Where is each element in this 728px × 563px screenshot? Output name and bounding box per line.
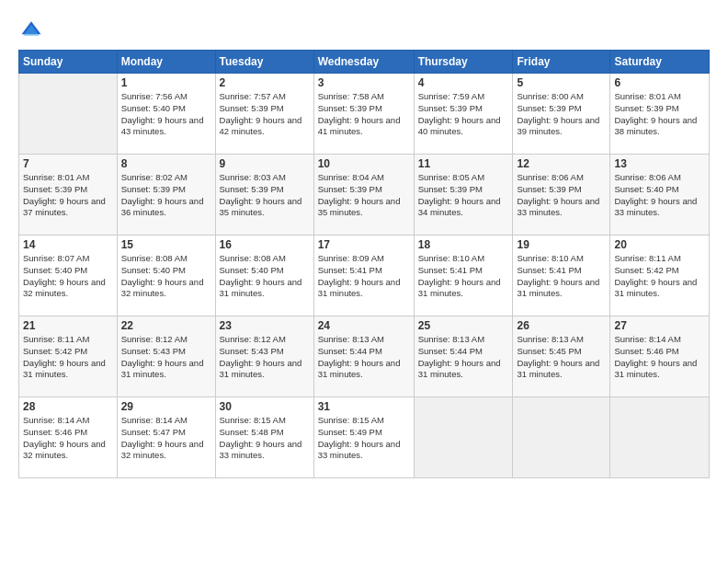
calendar-cell: 7Sunrise: 8:01 AMSunset: 5:39 PMDaylight… [19,155,118,236]
calendar-cell: 8Sunrise: 8:02 AMSunset: 5:39 PMDaylight… [117,155,215,236]
calendar-cell: 15Sunrise: 8:08 AMSunset: 5:40 PMDayligh… [117,236,215,316]
day-number: 1 [121,76,211,89]
calendar-cell: 22Sunrise: 8:12 AMSunset: 5:43 PMDayligh… [117,316,215,397]
day-number: 22 [121,319,211,332]
day-info: Sunrise: 8:11 AMSunset: 5:42 PMDaylight:… [614,253,705,300]
calendar-cell [513,397,610,478]
calendar-cell: 17Sunrise: 8:09 AMSunset: 5:41 PMDayligh… [313,236,414,316]
calendar-cell: 31Sunrise: 8:15 AMSunset: 5:49 PMDayligh… [313,397,414,478]
day-number: 24 [318,319,410,332]
day-info: Sunrise: 8:08 AMSunset: 5:40 PMDaylight:… [220,253,310,300]
day-number: 23 [220,319,310,332]
day-info: Sunrise: 8:12 AMSunset: 5:43 PMDaylight:… [220,334,310,381]
calendar-cell [414,397,513,478]
day-info: Sunrise: 7:58 AMSunset: 5:39 PMDaylight:… [318,91,410,138]
calendar-cell: 5Sunrise: 8:00 AMSunset: 5:39 PMDaylight… [513,74,610,155]
day-number: 15 [121,238,211,251]
calendar-table: SundayMondayTuesdayWednesdayThursdayFrid… [18,50,710,478]
calendar-week-3: 14Sunrise: 8:07 AMSunset: 5:40 PMDayligh… [19,236,710,316]
day-number: 11 [418,157,509,170]
calendar-cell: 14Sunrise: 8:07 AMSunset: 5:40 PMDayligh… [19,236,118,316]
weekday-header-tuesday: Tuesday [215,51,313,74]
weekday-header-friday: Friday [513,51,610,74]
day-number: 27 [614,319,705,332]
logo-icon [18,17,44,42]
day-info: Sunrise: 8:08 AMSunset: 5:40 PMDaylight:… [121,253,211,300]
day-info: Sunrise: 8:11 AMSunset: 5:42 PMDaylight:… [23,334,113,381]
calendar-cell: 18Sunrise: 8:10 AMSunset: 5:41 PMDayligh… [414,236,513,316]
weekday-header-thursday: Thursday [414,51,513,74]
day-info: Sunrise: 8:14 AMSunset: 5:46 PMDaylight:… [23,415,113,462]
calendar-header-row: SundayMondayTuesdayWednesdayThursdayFrid… [19,51,710,74]
calendar-cell: 10Sunrise: 8:04 AMSunset: 5:39 PMDayligh… [313,155,414,236]
logo [18,17,48,42]
calendar-cell: 19Sunrise: 8:10 AMSunset: 5:41 PMDayligh… [513,236,610,316]
calendar-cell: 13Sunrise: 8:06 AMSunset: 5:40 PMDayligh… [610,155,710,236]
calendar-week-4: 21Sunrise: 8:11 AMSunset: 5:42 PMDayligh… [19,316,710,397]
day-number: 2 [220,76,310,89]
day-info: Sunrise: 7:59 AMSunset: 5:39 PMDaylight:… [418,91,509,138]
day-number: 8 [121,157,211,170]
weekday-header-monday: Monday [117,51,215,74]
day-number: 6 [614,76,705,89]
day-info: Sunrise: 8:04 AMSunset: 5:39 PMDaylight:… [318,172,410,219]
weekday-header-sunday: Sunday [19,51,118,74]
calendar-cell: 29Sunrise: 8:14 AMSunset: 5:47 PMDayligh… [117,397,215,478]
day-info: Sunrise: 8:15 AMSunset: 5:48 PMDaylight:… [220,415,310,462]
calendar-week-5: 28Sunrise: 8:14 AMSunset: 5:46 PMDayligh… [19,397,710,478]
day-info: Sunrise: 8:03 AMSunset: 5:39 PMDaylight:… [220,172,310,219]
day-info: Sunrise: 8:09 AMSunset: 5:41 PMDaylight:… [318,253,410,300]
day-info: Sunrise: 7:57 AMSunset: 5:39 PMDaylight:… [220,91,310,138]
calendar-cell: 25Sunrise: 8:13 AMSunset: 5:44 PMDayligh… [414,316,513,397]
day-info: Sunrise: 8:01 AMSunset: 5:39 PMDaylight:… [23,172,113,219]
day-info: Sunrise: 8:05 AMSunset: 5:39 PMDaylight:… [418,172,509,219]
day-info: Sunrise: 8:01 AMSunset: 5:39 PMDaylight:… [614,91,705,138]
day-number: 10 [318,157,410,170]
day-info: Sunrise: 8:10 AMSunset: 5:41 PMDaylight:… [517,253,606,300]
calendar-cell: 28Sunrise: 8:14 AMSunset: 5:46 PMDayligh… [19,397,118,478]
calendar-cell: 23Sunrise: 8:12 AMSunset: 5:43 PMDayligh… [215,316,313,397]
day-number: 18 [418,238,509,251]
calendar-cell: 30Sunrise: 8:15 AMSunset: 5:48 PMDayligh… [215,397,313,478]
day-number: 20 [614,238,705,251]
calendar-week-2: 7Sunrise: 8:01 AMSunset: 5:39 PMDaylight… [19,155,710,236]
weekday-header-saturday: Saturday [610,51,710,74]
page-header [18,17,710,42]
calendar-cell: 26Sunrise: 8:13 AMSunset: 5:45 PMDayligh… [513,316,610,397]
day-info: Sunrise: 8:13 AMSunset: 5:45 PMDaylight:… [517,334,606,381]
day-info: Sunrise: 7:56 AMSunset: 5:40 PMDaylight:… [121,91,211,138]
calendar-cell: 6Sunrise: 8:01 AMSunset: 5:39 PMDaylight… [610,74,710,155]
day-number: 4 [418,76,509,89]
day-number: 16 [220,238,310,251]
calendar-cell: 27Sunrise: 8:14 AMSunset: 5:46 PMDayligh… [610,316,710,397]
calendar-cell: 2Sunrise: 7:57 AMSunset: 5:39 PMDaylight… [215,74,313,155]
day-info: Sunrise: 8:14 AMSunset: 5:47 PMDaylight:… [121,415,211,462]
day-number: 17 [318,238,410,251]
day-number: 21 [23,319,113,332]
calendar-cell [19,74,118,155]
calendar-cell: 9Sunrise: 8:03 AMSunset: 5:39 PMDaylight… [215,155,313,236]
calendar-cell: 11Sunrise: 8:05 AMSunset: 5:39 PMDayligh… [414,155,513,236]
calendar-cell: 20Sunrise: 8:11 AMSunset: 5:42 PMDayligh… [610,236,710,316]
calendar-cell: 4Sunrise: 7:59 AMSunset: 5:39 PMDaylight… [414,74,513,155]
calendar-cell [610,397,710,478]
day-info: Sunrise: 8:06 AMSunset: 5:40 PMDaylight:… [614,172,705,219]
day-info: Sunrise: 8:13 AMSunset: 5:44 PMDaylight:… [418,334,509,381]
day-info: Sunrise: 8:10 AMSunset: 5:41 PMDaylight:… [418,253,509,300]
day-number: 13 [614,157,705,170]
day-number: 12 [517,157,606,170]
calendar-cell: 12Sunrise: 8:06 AMSunset: 5:39 PMDayligh… [513,155,610,236]
day-number: 30 [220,400,310,413]
day-number: 9 [220,157,310,170]
weekday-header-wednesday: Wednesday [313,51,414,74]
day-number: 29 [121,400,211,413]
day-number: 14 [23,238,113,251]
day-info: Sunrise: 8:14 AMSunset: 5:46 PMDaylight:… [614,334,705,381]
calendar-cell: 24Sunrise: 8:13 AMSunset: 5:44 PMDayligh… [313,316,414,397]
calendar-cell: 3Sunrise: 7:58 AMSunset: 5:39 PMDaylight… [313,74,414,155]
calendar-cell: 1Sunrise: 7:56 AMSunset: 5:40 PMDaylight… [117,74,215,155]
day-info: Sunrise: 8:12 AMSunset: 5:43 PMDaylight:… [121,334,211,381]
calendar-cell: 21Sunrise: 8:11 AMSunset: 5:42 PMDayligh… [19,316,118,397]
day-info: Sunrise: 8:13 AMSunset: 5:44 PMDaylight:… [318,334,410,381]
day-info: Sunrise: 8:00 AMSunset: 5:39 PMDaylight:… [517,91,606,138]
